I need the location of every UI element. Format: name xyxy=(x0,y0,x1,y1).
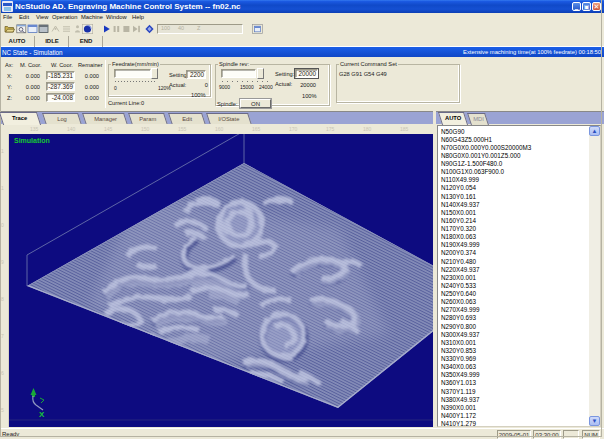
svg-text:X: X xyxy=(39,410,45,419)
